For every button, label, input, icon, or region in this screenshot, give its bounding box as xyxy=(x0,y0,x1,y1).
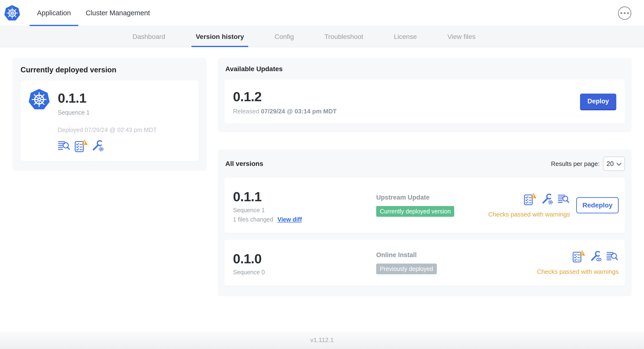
kubernetes-app-icon xyxy=(29,89,50,110)
deploy-button[interactable]: Deploy xyxy=(580,94,616,109)
preflight-warning-icon[interactable] xyxy=(572,250,586,263)
version-source: Online Install xyxy=(376,251,537,259)
status-badge-current: Currently deployed version xyxy=(376,206,454,217)
version-action-icons xyxy=(572,250,619,263)
all-versions-title: All versions xyxy=(225,160,263,168)
view-diff-link[interactable]: View diff xyxy=(277,216,302,223)
currently-deployed-panel: Currently deployed version 0.1.1 Sequenc… xyxy=(12,58,207,171)
console-footer: v1.112.1 xyxy=(0,331,644,349)
checks-status: Checks passed with warnings xyxy=(488,211,570,218)
chevron-down-icon xyxy=(616,163,621,166)
deployed-version-info: 0.1.1 Sequence 1 Deployed 07/29/24 @ 02:… xyxy=(58,89,157,152)
version-sequence: Sequence 0 xyxy=(233,269,376,276)
deployed-timestamp: Deployed 07/29/24 @ 02:43 pm MDT xyxy=(58,126,157,134)
app-sub-nav: Dashboard Version history Config Trouble… xyxy=(0,26,644,47)
currently-deployed-title: Currently deployed version xyxy=(20,66,198,74)
version-row-0-1-1: 0.1.1 Sequence 1 1 files changed View di… xyxy=(224,178,625,233)
diff-log-icon[interactable] xyxy=(606,251,619,262)
results-per-page-select[interactable]: 20 xyxy=(603,156,625,171)
version-sequence: Sequence 1 xyxy=(233,207,376,214)
tab-cluster-management[interactable]: Cluster Management xyxy=(78,0,157,26)
deployed-version-number: 0.1.1 xyxy=(58,92,157,105)
version-source: Upstream Update xyxy=(376,194,488,201)
version-source-block: Online Install Previously deployed xyxy=(376,251,537,274)
version-number: 0.1.1 xyxy=(233,190,376,204)
tab-dashboard[interactable]: Dashboard xyxy=(128,26,170,47)
available-updates-title: Available Updates xyxy=(225,65,625,73)
kubernetes-logo xyxy=(4,5,20,21)
results-per-page-label: Results per page: xyxy=(551,160,600,168)
top-nav: Application Cluster Management xyxy=(0,0,644,26)
files-changed: 1 files changed xyxy=(233,216,273,223)
ellipsis-menu-icon[interactable] xyxy=(618,6,631,20)
config-edit-icon[interactable] xyxy=(541,193,553,205)
diff-log-icon[interactable] xyxy=(558,194,570,204)
update-card: 0.1.2 Released 07/29/24 @ 03:14 pm MDT D… xyxy=(224,80,625,124)
checks-status: Checks passed with warnings xyxy=(537,268,619,276)
tab-application[interactable]: Application xyxy=(30,0,78,26)
diff-log-icon[interactable] xyxy=(58,140,71,151)
right-column: Available Updates 0.1.2 Released 07/29/2… xyxy=(218,58,632,296)
version-row-info: 0.1.1 Sequence 1 1 files changed View di… xyxy=(233,188,376,223)
tab-version-history[interactable]: Version history xyxy=(192,26,248,47)
deployed-sequence: Sequence 1 xyxy=(58,109,157,116)
version-row-info: 0.1.0 Sequence 0 xyxy=(233,250,376,276)
update-released-line: Released 07/29/24 @ 03:14 pm MDT xyxy=(233,108,336,115)
results-per-page-value: 20 xyxy=(606,160,614,168)
status-badge-previous: Previously deployed xyxy=(376,264,437,274)
checks-column: Checks passed with warnings xyxy=(488,193,570,218)
all-versions-panel: All versions Results per page: 20 0.1.1 … xyxy=(218,150,632,296)
config-edit-icon[interactable] xyxy=(92,140,104,152)
tab-troubleshoot[interactable]: Troubleshoot xyxy=(320,26,367,47)
admin-console-page: Application Cluster Management Dashboard… xyxy=(0,0,644,349)
preflight-warning-icon[interactable] xyxy=(74,139,88,152)
all-versions-header: All versions Results per page: 20 xyxy=(224,156,625,171)
version-actions: Checks passed with warnings Redeploy xyxy=(488,193,619,218)
tab-license[interactable]: License xyxy=(390,26,421,47)
console-version: v1.112.1 xyxy=(310,336,334,344)
deployed-actions xyxy=(58,139,157,152)
checks-column: Checks passed with warnings xyxy=(537,250,619,276)
tab-view-files[interactable]: View files xyxy=(443,26,480,47)
results-per-page: Results per page: 20 xyxy=(551,156,625,171)
released-label: Released xyxy=(233,108,259,115)
deployed-version-card: 0.1.1 Sequence 1 Deployed 07/29/24 @ 02:… xyxy=(20,80,198,161)
released-date: 07/29/24 @ 03:14 pm MDT xyxy=(261,108,336,115)
update-version-number: 0.1.2 xyxy=(233,90,336,103)
update-info: 0.1.2 Released 07/29/24 @ 03:14 pm MDT xyxy=(233,88,336,115)
redeploy-button[interactable]: Redeploy xyxy=(576,197,619,214)
files-changed-line: 1 files changed View diff xyxy=(233,216,376,223)
version-action-icons xyxy=(523,193,570,206)
version-row-0-1-0: 0.1.0 Sequence 0 Online Install Previous… xyxy=(224,240,625,286)
version-actions: Checks passed with warnings xyxy=(537,250,619,276)
config-view-icon[interactable] xyxy=(590,250,602,262)
preflight-warning-icon[interactable] xyxy=(523,193,537,206)
version-source-block: Upstream Update Currently deployed versi… xyxy=(376,194,488,217)
main-content: Currently deployed version 0.1.1 Sequenc… xyxy=(0,47,644,296)
tab-config[interactable]: Config xyxy=(270,26,298,47)
version-number: 0.1.0 xyxy=(233,252,376,266)
available-updates-panel: Available Updates 0.1.2 Released 07/29/2… xyxy=(218,58,632,132)
top-tabs: Application Cluster Management xyxy=(30,0,157,26)
